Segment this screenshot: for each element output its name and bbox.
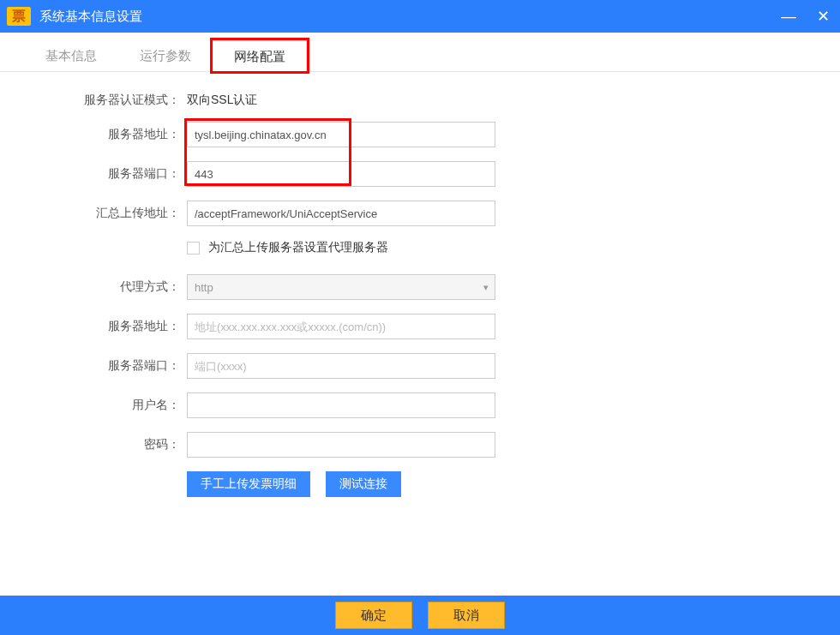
tab-run-params[interactable]: 运行参数 bbox=[118, 39, 213, 72]
window-controls: ― ✕ bbox=[771, 0, 840, 33]
username-label: 用户名： bbox=[0, 398, 180, 413]
tab-basic-info[interactable]: 基本信息 bbox=[24, 39, 118, 72]
row-proxy-method: 代理方式： ▾ bbox=[0, 274, 840, 300]
tab-network-config[interactable]: 网络配置 bbox=[213, 40, 307, 73]
row-username: 用户名： bbox=[0, 392, 840, 418]
password-input[interactable] bbox=[187, 432, 495, 458]
action-buttons: 手工上传发票明细 测试连接 bbox=[187, 471, 840, 497]
server-address-label: 服务器地址： bbox=[0, 127, 180, 142]
test-connection-button[interactable]: 测试连接 bbox=[326, 471, 401, 497]
close-button[interactable]: ✕ bbox=[806, 0, 840, 33]
password-label: 密码： bbox=[0, 437, 180, 452]
title-bar: 票 系统基本信息设置 ― ✕ bbox=[0, 0, 840, 33]
minimize-button[interactable]: ― bbox=[771, 0, 806, 33]
auth-mode-value: 双向SSL认证 bbox=[187, 93, 257, 108]
upload-address-label: 汇总上传地址： bbox=[0, 206, 180, 221]
row-proxy-checkbox: 为汇总上传服务器设置代理服务器 bbox=[187, 240, 840, 255]
row-proxy-address: 服务器地址： bbox=[0, 314, 840, 339]
row-server-port: 服务器端口： bbox=[0, 161, 840, 187]
auth-mode-label: 服务器认证模式： bbox=[0, 93, 180, 108]
row-password: 密码： bbox=[0, 432, 840, 458]
tabs: 基本信息 运行参数 网络配置 bbox=[0, 33, 840, 72]
server-port-label: 服务器端口： bbox=[0, 166, 180, 182]
server-address-input[interactable] bbox=[187, 122, 495, 147]
proxy-port-input[interactable] bbox=[187, 353, 495, 379]
username-input[interactable] bbox=[187, 392, 495, 418]
proxy-port-label: 服务器端口： bbox=[0, 358, 180, 374]
proxy-method-label: 代理方式： bbox=[0, 279, 180, 295]
proxy-checkbox[interactable] bbox=[187, 242, 200, 255]
tab-label: 网络配置 bbox=[234, 49, 285, 65]
proxy-address-label: 服务器地址： bbox=[0, 319, 180, 334]
upload-address-input[interactable] bbox=[187, 201, 495, 226]
manual-upload-button[interactable]: 手工上传发票明细 bbox=[187, 471, 310, 497]
row-proxy-port: 服务器端口： bbox=[0, 353, 840, 379]
row-auth-mode: 服务器认证模式： 双向SSL认证 bbox=[0, 93, 840, 108]
row-upload-address: 汇总上传地址： bbox=[0, 201, 840, 226]
proxy-method-select[interactable] bbox=[187, 274, 495, 300]
server-port-input[interactable] bbox=[187, 161, 495, 187]
window-title: 系统基本信息设置 bbox=[39, 9, 142, 25]
ok-button[interactable]: 确定 bbox=[335, 602, 412, 629]
form-area: 服务器认证模式： 双向SSL认证 服务器地址： 服务器端口： 汇总上传地址： 为… bbox=[0, 72, 840, 497]
proxy-address-input[interactable] bbox=[187, 314, 495, 339]
row-server-address: 服务器地址： bbox=[0, 122, 840, 147]
app-icon: 票 bbox=[7, 7, 31, 26]
footer-bar: 确定 取消 bbox=[0, 596, 840, 635]
cancel-button[interactable]: 取消 bbox=[428, 602, 505, 629]
proxy-checkbox-label: 为汇总上传服务器设置代理服务器 bbox=[208, 240, 388, 255]
